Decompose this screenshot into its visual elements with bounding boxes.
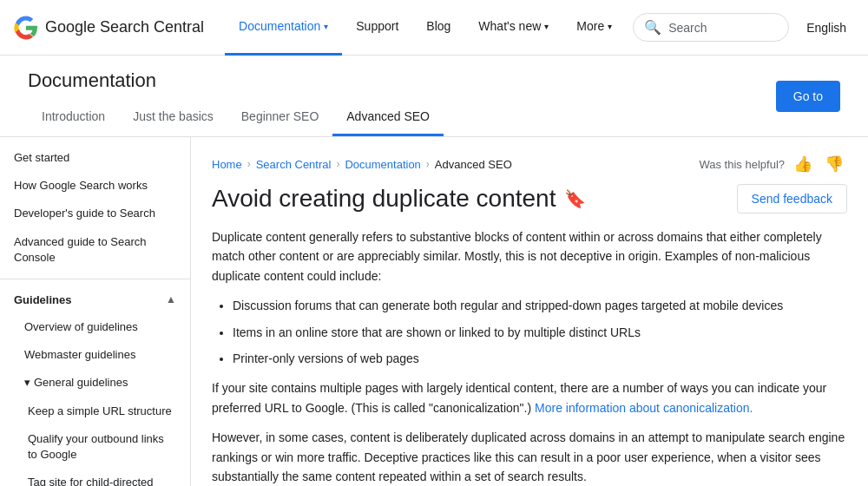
nav-support[interactable]: Support xyxy=(342,0,412,56)
more-arrow-icon: ▾ xyxy=(608,22,612,31)
article-bullet-3: Printer-only versions of web pages xyxy=(233,349,847,368)
article-title: Avoid creating duplicate content 🔖 xyxy=(212,185,586,213)
search-placeholder: Search xyxy=(668,21,707,35)
breadcrumb-advanced-seo: Advanced SEO xyxy=(435,158,512,171)
sidebar-item-child-directed[interactable]: Tag site for child-directed treatment xyxy=(0,469,190,486)
sidebar-item-general-guidelines[interactable]: ▾ General guidelines xyxy=(0,369,190,397)
page-header: Documentation Introduction Just the basi… xyxy=(0,56,868,137)
tab-advanced-seo[interactable]: Advanced SEO xyxy=(332,99,444,136)
article: Avoid creating duplicate content 🔖 Send … xyxy=(191,184,868,486)
canonicalization-link[interactable]: More information about canonicalization. xyxy=(535,401,753,415)
tab-just-basics[interactable]: Just the basics xyxy=(119,99,227,136)
search-icon: 🔍 xyxy=(644,19,661,36)
sidebar-item-webmaster[interactable]: Webmaster guidelines xyxy=(0,341,190,369)
send-feedback-button[interactable]: Send feedback xyxy=(737,184,847,213)
sidebar-item-developer-guide[interactable]: Developer's guide to Search xyxy=(0,200,190,227)
google-logo-icon xyxy=(14,16,38,40)
article-para-2: If your site contains multiple pages wit… xyxy=(212,378,847,417)
article-title-row: Avoid creating duplicate content 🔖 Send … xyxy=(212,184,847,213)
whats-new-arrow-icon: ▾ xyxy=(544,22,549,31)
helpful-section: Was this helpful? 👍 👎 xyxy=(699,151,847,177)
site-title: Google Search Central xyxy=(45,18,204,36)
search-box[interactable]: 🔍 Search xyxy=(633,13,789,42)
language-selector[interactable]: English xyxy=(796,16,857,40)
sidebar-item-get-started[interactable]: Get started xyxy=(0,144,190,172)
guidelines-chevron-icon: ▲ xyxy=(166,293,176,305)
article-bullet-1: Discussion forums that can generate both… xyxy=(233,296,847,315)
breadcrumb-sep-2: › xyxy=(336,158,339,170)
article-bullet-2: Items in an online store that are shown … xyxy=(233,323,847,342)
breadcrumb-documentation[interactable]: Documentation xyxy=(345,158,420,171)
sidebar-guidelines-header[interactable]: Guidelines ▲ xyxy=(0,286,190,313)
thumbs-down-button[interactable]: 👎 xyxy=(821,151,847,177)
tab-introduction[interactable]: Introduction xyxy=(28,99,119,136)
bookmark-icon[interactable]: 🔖 xyxy=(564,188,586,209)
breadcrumb-sep-3: › xyxy=(426,158,430,170)
thumbs-up-button[interactable]: 👍 xyxy=(790,151,816,177)
sidebar-item-how-google-works[interactable]: How Google Search works xyxy=(0,172,190,200)
sidebar-item-overview[interactable]: Overview of guidelines xyxy=(0,313,190,341)
breadcrumb-sep-1: › xyxy=(247,158,251,170)
sidebar-item-url-structure[interactable]: Keep a simple URL structure xyxy=(0,397,190,425)
article-para-3: However, in some cases, content is delib… xyxy=(212,428,847,486)
nav-documentation[interactable]: Documentation ▾ xyxy=(225,0,342,56)
sidebar: Get started How Google Search works Deve… xyxy=(0,137,191,486)
logo-area[interactable]: Google Search Central xyxy=(14,16,204,40)
sidebar-item-qualify-outbound[interactable]: Qualify your outbound links to Google xyxy=(0,425,190,469)
helpful-label: Was this helpful? xyxy=(699,158,785,171)
breadcrumb-search-central[interactable]: Search Central xyxy=(256,158,332,171)
sidebar-item-advanced-console[interactable]: Advanced guide to Search Console xyxy=(0,228,190,272)
breadcrumb-home[interactable]: Home xyxy=(212,158,242,171)
nav-right: 🔍 Search English xyxy=(633,13,857,42)
breadcrumb-helpful-row: Home › Search Central › Documentation › … xyxy=(191,137,868,184)
page-title: Documentation xyxy=(14,56,776,99)
article-para-1: Duplicate content generally refers to su… xyxy=(212,227,847,286)
nav-whats-new[interactable]: What's new ▾ xyxy=(464,0,562,56)
nav-links: Documentation ▾ Support Blog What's new … xyxy=(225,0,626,56)
tab-beginner-seo[interactable]: Beginner SEO xyxy=(227,99,333,136)
main-content: Home › Search Central › Documentation › … xyxy=(191,137,868,486)
article-bullet-list: Discussion forums that can generate both… xyxy=(233,296,847,368)
nav-blog[interactable]: Blog xyxy=(412,0,464,56)
tabs-row: Introduction Just the basics Beginner SE… xyxy=(14,99,776,136)
general-guidelines-toggle-icon: ▾ xyxy=(24,375,30,391)
layout: Get started How Google Search works Deve… xyxy=(0,137,868,486)
sidebar-divider xyxy=(0,279,190,279)
article-body: Duplicate content generally refers to su… xyxy=(212,227,847,486)
go-to-button[interactable]: Go to xyxy=(776,81,840,112)
nav-more[interactable]: More ▾ xyxy=(562,0,626,56)
documentation-arrow-icon: ▾ xyxy=(324,22,328,31)
breadcrumb: Home › Search Central › Documentation › … xyxy=(212,158,512,171)
top-nav: Google Search Central Documentation ▾ Su… xyxy=(0,0,868,56)
